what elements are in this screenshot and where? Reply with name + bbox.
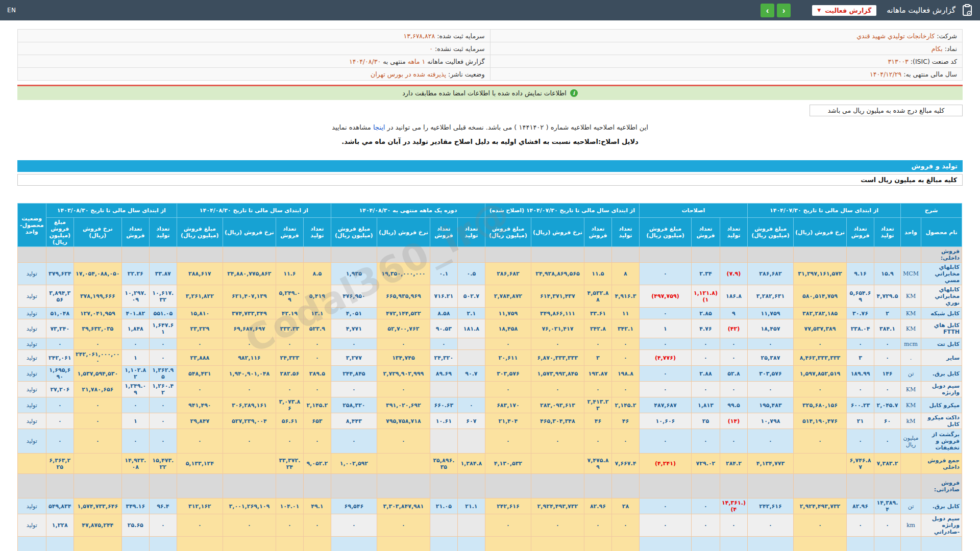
cell-value: ۸۹.۶۹ xyxy=(430,366,457,382)
cell-value: ۶۵۳ xyxy=(303,413,331,429)
table-row: کابل برق.تن۱۴,۳۸۹.۴۸۲.۹۶۲,۹۲۴,۴۹۳,۷۳۲۲۴۲… xyxy=(17,498,962,514)
column-group-4: از ابتدای سال مالی تا تاریخ ۱۴۰۴/۰۸/۳۰ xyxy=(177,204,331,218)
unit-value: km xyxy=(901,514,921,537)
cell-value: (۱۴) xyxy=(720,413,747,429)
cell-value xyxy=(430,514,457,537)
cell xyxy=(847,247,874,263)
cell-value: ۰ xyxy=(720,537,747,551)
status-value: تولید xyxy=(17,498,46,514)
cell-value: ۱,۰۰۲,۵۹۲ xyxy=(331,454,377,474)
cell-value: ۰ xyxy=(794,382,847,397)
cell-value: ۱,۱۰۲.۸۲ xyxy=(121,366,149,382)
cell-value: ۳۸۲,۲۸۲,۱۸۵ xyxy=(794,308,847,319)
cell-value: ۵,۶۵۴.۶۹ xyxy=(847,285,874,308)
cell-value: ۰ xyxy=(747,429,793,454)
cell xyxy=(485,247,531,263)
unit-value: kM xyxy=(901,413,921,429)
cell-value: ۲,۹۲۴,۴۹۳,۷۳۲ xyxy=(794,498,847,514)
cell-value: ۷۱۶.۲۱ xyxy=(430,285,457,308)
cell-value: ۰ xyxy=(847,429,874,454)
cell xyxy=(331,474,377,498)
next-report-button[interactable]: ‹ xyxy=(761,4,774,17)
column-prod: تعداد تولید xyxy=(874,218,901,247)
cell-value: ۰ xyxy=(149,537,177,551)
cell-value: ۰ xyxy=(377,514,430,537)
cell xyxy=(901,474,921,498)
cell xyxy=(874,247,901,263)
cell-value xyxy=(457,350,485,366)
column-sold: تعداد فروش xyxy=(121,218,149,247)
product-name: کابل هاي FTTH xyxy=(921,319,962,338)
product-name: برگشت از فروش و تخفیفات xyxy=(921,429,962,454)
cell-value: ۲۸ xyxy=(611,498,639,514)
cell-value: ۰.۱ xyxy=(430,263,457,285)
cell-value: ۱,۵۷۴,۷۳۳,۶۴۶ xyxy=(74,498,121,514)
cell-value: ۵,۴۱۹ xyxy=(303,285,331,308)
report-nav: ‹ › xyxy=(761,4,791,17)
top-bar: گزارش فعالیت ماهانه گزارش فعالیت ▼ ‹ › E… xyxy=(0,0,980,20)
cell-value: ۲۴۲,۰۶۱,۰۰۰,۰۰۰ xyxy=(74,350,121,366)
cell-value: ۰ xyxy=(611,338,639,350)
report-type-dropdown[interactable]: گزارش فعالیت ▼ xyxy=(812,5,876,16)
cell-value: ۳۴۹,۸۶۶,۱۱۱ xyxy=(531,308,584,319)
table-row: کابلهاي مخابراتي مسيMCM۱۵.۹۹.۱۶۳۱,۲۹۷,۱۶… xyxy=(17,263,962,285)
cell xyxy=(691,474,720,498)
cell-value: ۸.۵ xyxy=(303,263,331,285)
status-value: تولید xyxy=(17,429,46,454)
language-switch-en[interactable]: EN xyxy=(7,7,16,14)
column-sold: تعداد فروش xyxy=(847,218,874,247)
cell-value: (۴۲) xyxy=(720,319,747,338)
cell-value: ۰ xyxy=(485,514,531,537)
unit-value: KM xyxy=(901,285,921,308)
column-group-desc: شرح xyxy=(901,204,962,218)
status-value: تولید xyxy=(17,319,46,338)
column-prod: تعداد تولید xyxy=(611,218,639,247)
cell-value: ۲۸۲.۵۶ xyxy=(276,366,303,382)
product-name: کابل شبکه xyxy=(921,308,962,319)
cell-value: ۲۴۲.۸ xyxy=(584,319,611,338)
cell-value: ۰ xyxy=(177,514,223,537)
cell-value: ۰ xyxy=(303,382,331,397)
cell-value: ۷,۴۷۵.۸۹ xyxy=(584,454,611,474)
cell xyxy=(177,474,223,498)
cell-value: ۰ xyxy=(276,338,303,350)
cell-value: ۱۹۲.۸۷ xyxy=(584,366,611,382)
cell-value: ۵۴۹,۸۳۴ xyxy=(46,498,74,514)
cell-value: ۶۱۴,۳۷۱,۴۳۷ xyxy=(531,285,584,308)
column-rate: نرخ فروش (ریال) xyxy=(74,218,121,247)
cell-value: ۷,۳۸۳.۲ xyxy=(874,454,901,474)
cell-value: ۲۸۶,۶۸۲ xyxy=(747,263,793,285)
previous-version-link[interactable]: اینجا xyxy=(373,123,385,131)
cell-value: ۰ xyxy=(720,382,747,397)
unit-value: KM xyxy=(901,308,921,319)
company-info-table: شرکت: کارخانجات توليدي شهيد قندي سرمایه … xyxy=(17,29,963,81)
cell-value: ۲.۳۱ xyxy=(847,537,874,551)
table-row: سیم دوبل وارنژهKM۰۰۰۰۰۰۰۰۰۰۰۰۰۰۰۰۰۱,۲۶۰.… xyxy=(17,382,962,397)
cell-value: ۰ xyxy=(639,366,691,382)
cell-value: ۱,۲۲۸ xyxy=(46,514,74,537)
previous-report-button[interactable]: › xyxy=(777,4,791,17)
cell-value: ۱۱.۶ xyxy=(276,263,303,285)
product-name: کابلهاي مخابراتي نوري xyxy=(921,285,962,308)
cell-value: ۰ xyxy=(720,338,747,350)
report-type-label: گزارش فعالیت xyxy=(825,7,871,14)
table-row: داکت میکرو کابلkM۶۰۲۱۵۱۴,۱۹۰,۴۷۶۱۰,۷۹۸(۱… xyxy=(17,413,962,429)
cell-value: ۰ xyxy=(457,397,485,413)
cell-value: ۹۶.۴ xyxy=(149,498,177,514)
table-row: سیم دوبل ورانژه -صادراتيkm۰۰۰۰۰۰۰۰۰۰۰۰۰۰… xyxy=(17,514,962,537)
cell-value: ۲.۸۵ xyxy=(691,308,720,319)
cell-value: ۰ xyxy=(639,514,691,537)
cell-value: ۳۱,۲۹۷,۱۶۱,۵۷۲ xyxy=(794,263,847,285)
cell-value: ۲.۳۴ xyxy=(691,263,720,285)
cell-value: ۳۳۳.۳۳ xyxy=(276,319,303,338)
cell-value: ۱۸۹.۹۹ xyxy=(847,366,874,382)
product-name: داکت میکرو کابل xyxy=(921,413,962,429)
cell-value: ۲۷,۳۷۰,۴۱۸,۸۴۸ xyxy=(223,537,276,551)
column-group-5: از ابتدای سال مالی تا تاریخ ۱۴۰۳/۰۸/۳۰ xyxy=(46,204,177,218)
product-name: سیم دوبل ورانژه -صادراتي xyxy=(921,514,962,537)
cell-value: ۰ xyxy=(331,338,377,350)
column-group-2: از ابتدای سال مالی تا تاریخ ۱۴۰۴/۰۷/۳۰ (… xyxy=(485,204,639,218)
production-sales-table: شرحاز ابتدای سال مالی تا تاریخ ۱۴۰۴/۰۷/۳… xyxy=(17,203,962,551)
cell-value: ۲۳۸.۰۴ xyxy=(847,319,874,338)
cell xyxy=(584,474,611,498)
